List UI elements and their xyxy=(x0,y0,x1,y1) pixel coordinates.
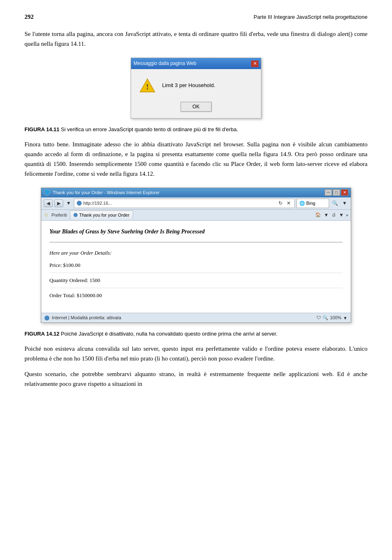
favorites-button[interactable]: Preferiti xyxy=(50,212,68,218)
browser-favorites-bar: ☆ Preferiti Thank you for your Order 🏠 ▼… xyxy=(41,210,351,221)
alert-ok-area: OK xyxy=(139,102,253,112)
browser-app-icon: 🌐 xyxy=(44,189,50,196)
stop-icon[interactable]: ✕ xyxy=(285,200,292,206)
shield-icon: 🛡 xyxy=(316,314,321,321)
address-globe-icon xyxy=(77,201,82,206)
alert-title-bar: Messaggio dalla pagina Web ✕ xyxy=(131,58,261,69)
browser-page-heading: Your Blades of Grass by Steve Suehring O… xyxy=(49,227,343,236)
zoom-level: 100% xyxy=(330,314,341,321)
intro-paragraph: Se l'utente torna alla pagina, ancora co… xyxy=(24,29,368,49)
separator xyxy=(49,242,343,242)
home-icon[interactable]: 🏠 xyxy=(314,211,322,219)
browser-nav-toolbar: ◀ ▶ ▼ http://192.16... ↻ ✕ 🌐 Bing 🔍 ▼ xyxy=(41,197,351,210)
nav-dropdown-button[interactable]: ▼ xyxy=(65,200,72,206)
tab-label: Thank you for your Order xyxy=(79,212,129,219)
search-engine-icon: 🌐 xyxy=(299,200,305,207)
chapter-title: Parte III Integrare JavaScript nella pro… xyxy=(254,13,368,21)
total-line: Order Total: $150000.00 xyxy=(49,291,343,303)
alert-dialog: Messaggio dalla pagina Web ✕ ! Limit 3 p… xyxy=(131,58,261,119)
browser-content: Your Blades of Grass by Steve Suehring O… xyxy=(41,221,351,313)
alert-content: ! Limit 3 per Household. xyxy=(139,77,253,94)
figure-14-12-caption: FIGURA 14.12 Poiché JavaScript è disatti… xyxy=(24,330,368,338)
status-left: Internet | Modalità protetta: attivata xyxy=(45,314,121,321)
price-line: Price: $100.00 xyxy=(49,261,343,273)
status-right: 🛡 🔍 100% ▼ xyxy=(316,314,347,321)
forward-button[interactable]: ▶ xyxy=(54,199,63,207)
refresh-icon[interactable]: ↻ xyxy=(277,200,284,206)
favbar-icons: 🏠 ▼ 🖨 ▼ » xyxy=(314,211,348,219)
figure-14-12-container: 🌐 Thank you for your Order - Windows Int… xyxy=(24,188,368,323)
alert-close-button[interactable]: ✕ xyxy=(251,60,258,67)
figure-14-11-container: Messaggio dalla pagina Web ✕ ! Limit 3 p… xyxy=(24,58,368,119)
search-bar[interactable]: 🌐 Bing xyxy=(296,199,329,208)
tab-icon xyxy=(74,213,78,217)
figure-14-11-caption: FIGURA 14.11 Si verifica un errore JavaS… xyxy=(24,126,368,134)
body-paragraph-1: Finora tutto bene. Immaginate adesso che… xyxy=(24,139,368,179)
search-dropdown-button[interactable]: ▼ xyxy=(341,200,348,206)
browser-window: 🌐 Thank you for your Order - Windows Int… xyxy=(41,188,351,323)
page-header: 292 Parte III Integrare JavaScript nella… xyxy=(24,12,368,22)
browser-title-controls: ─ □ ✕ xyxy=(325,189,348,196)
print-icon[interactable]: 🖨 xyxy=(331,211,337,219)
status-text: Internet | Modalità protetta: attivata xyxy=(52,314,121,321)
browser-window-title: Thank you for your Order - Windows Inter… xyxy=(53,189,160,196)
status-globe-icon xyxy=(45,316,49,320)
search-button[interactable]: 🔍 xyxy=(331,200,339,206)
order-details-label: Here are your Order Details: xyxy=(49,249,343,257)
figure-14-12-caption-text: Poiché JavaScript è disattivato, nulla h… xyxy=(60,331,278,337)
close-button[interactable]: ✕ xyxy=(341,189,348,196)
back-button[interactable]: ◀ xyxy=(44,199,53,207)
favorites-star-icon: ☆ xyxy=(44,211,49,219)
body-paragraph-2: Poiché non esisteva alcuna convalida sul… xyxy=(24,344,368,363)
alert-body: ! Limit 3 per Household. OK xyxy=(131,69,261,118)
body-paragraph-3: Questo scenario, che potrebbe sembrarvi … xyxy=(24,369,368,389)
zoom-button[interactable]: 🔍 xyxy=(323,315,328,320)
browser-title-left: 🌐 Thank you for your Order - Windows Int… xyxy=(44,189,160,196)
tools-dropdown[interactable]: ▼ xyxy=(338,212,345,218)
address-bar[interactable]: http://192.16... ↻ ✕ xyxy=(74,199,295,208)
address-text: http://192.16... xyxy=(83,200,112,207)
browser-status-bar: Internet | Modalità protetta: attivata 🛡… xyxy=(41,313,351,323)
quantity-line: Quantity Ordered: 1500 xyxy=(49,276,343,288)
svg-text:!: ! xyxy=(146,83,149,91)
alert-message: Limit 3 per Household. xyxy=(162,81,215,90)
minimize-button[interactable]: ─ xyxy=(325,189,332,196)
feeds-dropdown[interactable]: ▼ xyxy=(323,212,330,218)
browser-title-bar: 🌐 Thank you for your Order - Windows Int… xyxy=(41,188,351,197)
alert-warning-icon: ! xyxy=(139,77,156,94)
restore-button[interactable]: □ xyxy=(333,189,340,196)
search-text: Bing xyxy=(306,200,315,207)
zoom-dropdown-button[interactable]: ▼ xyxy=(343,316,347,320)
figure-14-11-label: FIGURA 14.11 xyxy=(24,126,60,132)
alert-ok-button[interactable]: OK xyxy=(180,102,211,112)
figure-14-11-caption-text: Si verifica un errore JavaScript quando … xyxy=(60,126,238,132)
tab-thank-you[interactable]: Thank you for your Order xyxy=(70,211,133,220)
page-number: 292 xyxy=(24,12,34,22)
figure-14-12-label: FIGURA 14.12 xyxy=(24,331,60,337)
alert-dialog-title: Messaggio dalla pagina Web xyxy=(134,60,196,67)
expand-button[interactable]: » xyxy=(346,213,348,217)
